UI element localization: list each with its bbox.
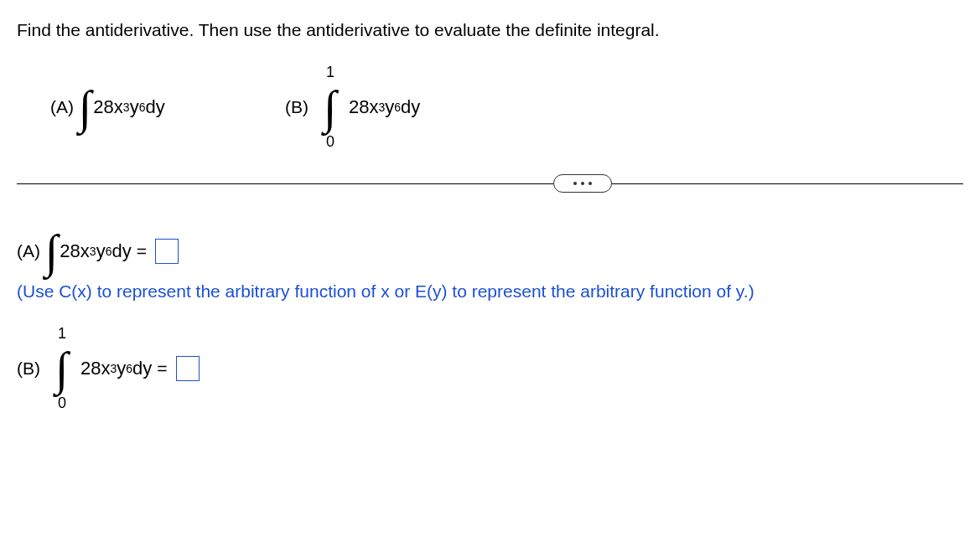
lower-limit: 0 [58, 395, 66, 412]
exp1: 3 [123, 101, 130, 114]
exp1: 3 [378, 101, 385, 114]
answer-b-row: (B) 1 ∫ 0 28x3y6dy = [17, 327, 963, 410]
answer-a-input[interactable] [155, 239, 179, 264]
diff: dy [401, 96, 420, 118]
integral-sign-icon: ∫ [45, 228, 58, 275]
hint-text: (Use C(x) to represent the arbitrary fun… [17, 281, 963, 302]
integrand: 28x3y6dy [93, 96, 164, 118]
answer-b-label: (B) [17, 358, 40, 379]
answer-a-row: (A) ∫ 28x3y6dy = [17, 228, 963, 275]
part-b-label: (B) [285, 97, 309, 117]
diff: dy [132, 358, 152, 379]
answer-b-input[interactable] [176, 356, 200, 381]
integral-sign-icon: ∫ [79, 84, 91, 131]
more-options-button[interactable] [553, 174, 612, 193]
upper-limit: 1 [326, 64, 334, 81]
indefinite-integral: ∫ 28x3y6dy [45, 228, 132, 275]
integrand: 28x3y6dy [60, 240, 131, 262]
divider [17, 183, 963, 184]
var2: y [130, 96, 139, 118]
dot-icon [573, 182, 577, 185]
exp2: 6 [139, 101, 146, 114]
question-prompt: Find the antiderivative. Then use the an… [17, 20, 963, 40]
integral-sign-icon: ∫ [55, 345, 68, 392]
answer-a-label: (A) [17, 241, 40, 261]
coef: 28x [93, 96, 122, 118]
coef: 28x [60, 240, 89, 262]
integrand: 28x3y6dy [80, 358, 152, 379]
definite-integral: 1 ∫ 0 28x3y6dy [314, 65, 420, 149]
integrand: 28x3y6dy [349, 96, 420, 118]
diff: dy [145, 96, 164, 118]
integral-sign-icon: ∫ [324, 84, 336, 131]
dot-icon [581, 182, 584, 185]
part-a-label: (A) [50, 97, 74, 117]
exp2: 6 [126, 362, 132, 375]
integral-with-limits: 1 ∫ 0 [45, 327, 79, 410]
integral-with-limits: 1 ∫ 0 [314, 65, 347, 149]
dot-icon [589, 182, 592, 185]
coef: 28x [349, 96, 378, 118]
exp2: 6 [394, 101, 401, 114]
coef: 28x [80, 358, 110, 379]
upper-limit: 1 [58, 325, 66, 343]
definite-integral: 1 ∫ 0 28x3y6dy [45, 327, 152, 410]
diff: dy [111, 240, 131, 262]
exp1: 3 [110, 362, 117, 375]
lower-limit: 0 [326, 133, 334, 151]
equals-sign: = [137, 241, 147, 261]
part-a-expression: (A) ∫ 28x3y6dy [50, 84, 285, 131]
exp2: 6 [106, 245, 112, 258]
equals-sign: = [157, 358, 167, 379]
var2: y [96, 240, 106, 262]
exp1: 3 [90, 245, 96, 258]
indefinite-integral: ∫ 28x3y6dy [79, 84, 165, 131]
part-b-expression: (B) 1 ∫ 0 28x3y6dy [285, 65, 420, 149]
var2: y [385, 96, 394, 118]
var2: y [117, 358, 126, 379]
divider-row [17, 174, 963, 194]
given-integrals-row: (A) ∫ 28x3y6dy (B) 1 ∫ 0 28x3y6dy [17, 65, 963, 149]
